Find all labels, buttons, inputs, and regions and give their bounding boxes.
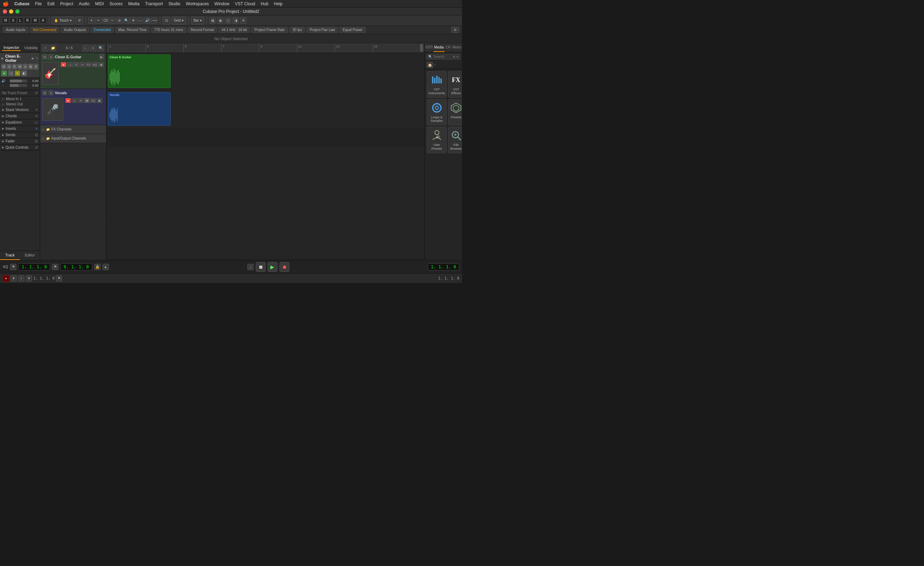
ctrl-s[interactable]: S bbox=[7, 64, 11, 69]
select-tool[interactable]: ✦ bbox=[88, 18, 94, 24]
erase-tool[interactable]: ⌫ bbox=[102, 18, 108, 24]
preset-reload-btn[interactable]: ↺ bbox=[35, 91, 38, 95]
tab-meter[interactable]: Meter bbox=[452, 43, 462, 52]
guitar-rw-btn[interactable]: ◁ bbox=[67, 62, 73, 67]
editor-snap-btn[interactable]: ≈ bbox=[18, 275, 24, 282]
vocal-rec-btn[interactable]: ● bbox=[65, 98, 71, 103]
menu-vst-cloud[interactable]: VST Cloud bbox=[235, 2, 255, 6]
view-toggle-4[interactable]: ◨ bbox=[232, 18, 238, 24]
tempo-sync-btn[interactable]: ⚑ bbox=[10, 264, 16, 270]
audio-outputs-item[interactable]: Audio Outputs bbox=[61, 27, 89, 33]
not-connected-item[interactable]: Not Connected bbox=[30, 27, 60, 33]
transport-s[interactable]: S bbox=[10, 18, 16, 23]
tab-editor[interactable]: Editor bbox=[20, 251, 40, 260]
ctrl-misc[interactable]: ✕ bbox=[34, 64, 38, 69]
guitar-eq-btn[interactable]: EQ bbox=[92, 62, 98, 67]
vocal-loop-btn[interactable]: ↺ bbox=[78, 98, 83, 103]
transport-m[interactable]: M bbox=[2, 18, 9, 23]
menu-project[interactable]: Project bbox=[60, 2, 73, 6]
fps-item[interactable]: 30 fps bbox=[289, 27, 305, 33]
project-frame-rate-item[interactable]: Project Frame Rate bbox=[251, 27, 288, 33]
zoom-list-btn[interactable]: ≡ bbox=[90, 45, 96, 51]
info-settings-button[interactable]: ⚙ bbox=[451, 27, 459, 33]
touch-mode-button[interactable]: ✋ Touch ▾ bbox=[52, 17, 74, 24]
equalizers-section[interactable]: ▶ Equalizers ◇ bbox=[0, 119, 40, 126]
media-home-btn[interactable]: 🏠 bbox=[427, 62, 433, 68]
record-time-item[interactable]: 775 hours 31 mins bbox=[151, 27, 186, 33]
maximize-button[interactable] bbox=[15, 9, 20, 14]
tab-media[interactable]: Media bbox=[434, 43, 444, 52]
sync-btn[interactable]: ▲ bbox=[103, 264, 109, 270]
menu-workspaces[interactable]: Workspaces bbox=[186, 2, 209, 6]
menu-audio[interactable]: Audio bbox=[79, 2, 90, 6]
menu-media[interactable]: Media bbox=[128, 2, 140, 6]
connected-item[interactable]: Connected bbox=[91, 27, 114, 33]
vocal-clip[interactable]: Vocals bbox=[108, 92, 171, 126]
tab-vsti[interactable]: VSTi bbox=[424, 43, 434, 52]
menu-scores[interactable]: Scores bbox=[110, 2, 123, 6]
stop-btn[interactable]: ⏹ bbox=[256, 262, 266, 272]
record-format-item[interactable]: Record Format bbox=[188, 27, 218, 33]
stereo-out-label[interactable]: Stereo Out bbox=[6, 102, 22, 106]
view-toggle-1[interactable]: ▦ bbox=[209, 18, 216, 24]
pencil-tool[interactable]: ✏ bbox=[95, 18, 102, 24]
menu-help[interactable]: Help bbox=[274, 2, 283, 6]
refresh-button[interactable]: ↺ bbox=[75, 17, 83, 24]
empty-track-area[interactable] bbox=[106, 147, 424, 260]
pan-law-item[interactable]: Project Pan Law bbox=[306, 27, 338, 33]
mute-tool[interactable]: — bbox=[137, 18, 143, 24]
guitar-s-btn[interactable]: S bbox=[48, 54, 53, 59]
transport-a[interactable]: A bbox=[40, 18, 46, 23]
rec-btn-transport[interactable]: ⏺ bbox=[279, 262, 289, 272]
max-record-item[interactable]: Max. Record Time bbox=[115, 27, 150, 33]
app-name[interactable]: Cubase bbox=[14, 2, 29, 6]
search-list-btn[interactable]: ≡ bbox=[456, 55, 459, 59]
search-clear-btn[interactable]: ✕ bbox=[453, 55, 455, 59]
vocal-s-btn[interactable]: S bbox=[48, 90, 53, 95]
menu-transport[interactable]: Transport bbox=[145, 2, 163, 6]
lock-btn[interactable]: 🔒 bbox=[94, 264, 100, 270]
ctrl-grid[interactable]: ⊞ bbox=[28, 64, 33, 69]
glue-tool[interactable]: ⊞ bbox=[116, 18, 123, 24]
equal-power-item[interactable]: Equal Power bbox=[339, 27, 366, 33]
sends-section[interactable]: ▶ Sends ⊡ bbox=[0, 132, 40, 138]
media-item-vst-effects[interactable]: FX VST Effects bbox=[448, 71, 462, 98]
track-edit-icon[interactable]: ✎ bbox=[36, 57, 38, 60]
tab-visibility[interactable]: Visibility bbox=[22, 45, 39, 51]
guitar-chord-btn[interactable]: ▦ bbox=[98, 62, 104, 67]
rec-btn[interactable]: ● bbox=[2, 71, 7, 76]
editor-grid-btn[interactable]: ▼ bbox=[26, 275, 32, 282]
metronome-btn[interactable]: ♩ bbox=[248, 264, 254, 270]
inserts-section[interactable]: ▶ Inserts + bbox=[0, 126, 40, 132]
editor-flag-btn[interactable]: ⚑ bbox=[56, 275, 62, 282]
editor-rec-btn[interactable]: ● bbox=[3, 275, 9, 282]
audio-inputs-item[interactable]: Audio Inputs bbox=[3, 27, 28, 33]
cut-tool[interactable]: ✂ bbox=[109, 18, 116, 24]
quick-controls-section[interactable]: ▶ Quick Controls ↺ bbox=[0, 144, 40, 151]
guitar-rec-btn[interactable]: ● bbox=[61, 62, 66, 67]
ctrl-w[interactable]: W bbox=[18, 64, 22, 69]
mon-btn[interactable]: ◁ bbox=[8, 71, 14, 76]
move-tool[interactable]: ✥ bbox=[130, 18, 136, 24]
loop-start-btn[interactable]: ⚑ bbox=[52, 264, 58, 270]
add-folder-btn[interactable]: 📁 bbox=[50, 45, 56, 51]
sample-rate-item[interactable]: 44.1 kHz · 16 bit bbox=[219, 27, 250, 33]
play-btn[interactable]: ▶ bbox=[268, 262, 278, 272]
fader-section[interactable]: ▶ Fader ⊡ bbox=[0, 138, 40, 144]
menu-file[interactable]: File bbox=[35, 2, 42, 6]
media-item-file-browser[interactable]: File Browser bbox=[448, 127, 462, 153]
media-item-user-presets[interactable]: P User Presets bbox=[427, 127, 447, 153]
ctrl-m[interactable]: M bbox=[2, 64, 6, 69]
transport-w[interactable]: W bbox=[32, 18, 39, 23]
vocal-m-btn[interactable]: M bbox=[42, 90, 47, 95]
snap-button[interactable]: ⊡ bbox=[163, 17, 170, 24]
folder-track-io[interactable]: ▷ 📁 Input/Output Channels bbox=[40, 134, 106, 143]
vocal-rw-btn[interactable]: ◁ bbox=[72, 98, 77, 103]
freeze-btn[interactable]: ≋ bbox=[15, 71, 20, 76]
view-toggle-2[interactable]: ▣ bbox=[217, 18, 224, 24]
guitar-loop-btn[interactable]: ↺ bbox=[73, 62, 79, 67]
ctrl-a[interactable]: A bbox=[23, 64, 28, 69]
close-button[interactable] bbox=[3, 9, 7, 14]
zoom-home-btn[interactable]: ⌂ bbox=[82, 45, 88, 51]
guitar-m-btn[interactable]: M bbox=[42, 54, 47, 59]
